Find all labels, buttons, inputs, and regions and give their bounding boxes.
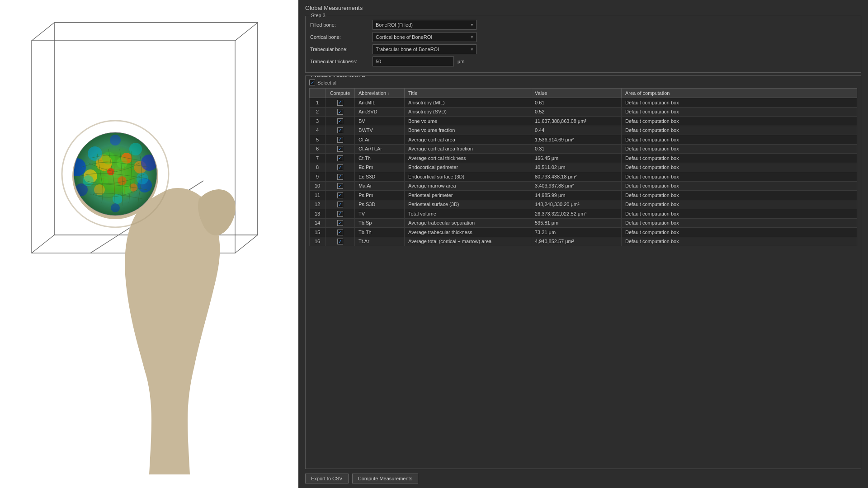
row-area: Default computation box xyxy=(622,163,857,172)
row-abbreviation: Ct.Th xyxy=(355,154,405,163)
row-num: 8 xyxy=(310,163,326,172)
trabecular-thickness-label: Trabecular thickness: xyxy=(310,59,369,64)
svg-point-16 xyxy=(107,168,114,175)
row-value: 26,373,322,022.52 μm³ xyxy=(531,209,622,219)
row-title: Endocortical perimeter xyxy=(405,163,531,172)
trabecular-thickness-input[interactable] xyxy=(373,56,454,66)
row-compute[interactable] xyxy=(326,117,355,126)
measurements-section-label: Available measurements xyxy=(309,75,367,78)
col-header-abbreviation: Abbreviation ↑ xyxy=(355,89,405,98)
row-compute[interactable] xyxy=(326,144,355,154)
row-checkbox[interactable] xyxy=(337,100,343,106)
visualization-panel xyxy=(0,0,298,488)
row-checkbox[interactable] xyxy=(337,164,343,170)
row-abbreviation: Ec.S3D xyxy=(355,172,405,182)
row-value: 535.81 μm xyxy=(531,218,622,228)
row-area: Default computation box xyxy=(622,154,857,163)
row-compute[interactable] xyxy=(326,107,355,117)
row-value: 148,248,330.20 μm² xyxy=(531,200,622,209)
row-abbreviation: Ani.MIL xyxy=(355,98,405,108)
table-row: 2 Ani.SVD Anisotropy (SVD) 0.52 Default … xyxy=(310,107,857,117)
trabecular-bone-label: Trabecular bone: xyxy=(310,47,369,52)
row-num: 1 xyxy=(310,98,326,108)
row-checkbox[interactable] xyxy=(337,109,343,115)
filled-bone-select-wrapper[interactable]: BoneROI (Filled) xyxy=(373,20,476,30)
row-area: Default computation box xyxy=(622,144,857,154)
cortical-bone-select[interactable]: Cortical bone of BoneROI xyxy=(373,32,476,42)
col-header-title: Title xyxy=(405,89,531,98)
export-csv-button[interactable]: Export to CSV xyxy=(305,474,349,483)
row-compute[interactable] xyxy=(326,237,355,246)
measurements-table: Compute Abbreviation ↑ Title Value Area … xyxy=(309,88,857,246)
row-compute[interactable] xyxy=(326,191,355,200)
select-all-checkbox[interactable] xyxy=(309,80,315,85)
table-row: 14 Tb.Sp Average trabecular separation 5… xyxy=(310,218,857,228)
row-num: 5 xyxy=(310,135,326,145)
row-checkbox[interactable] xyxy=(337,220,343,226)
step-label: Step 3 xyxy=(309,13,327,18)
row-checkbox[interactable] xyxy=(337,239,343,244)
row-num: 12 xyxy=(310,200,326,209)
row-value: 73.21 μm xyxy=(531,228,622,237)
row-checkbox[interactable] xyxy=(337,230,343,235)
row-checkbox[interactable] xyxy=(337,146,343,152)
row-num: 16 xyxy=(310,237,326,246)
trabecular-bone-select[interactable]: Trabecular bone of BoneROI xyxy=(373,44,476,54)
svg-point-25 xyxy=(111,203,120,212)
row-num: 2 xyxy=(310,107,326,117)
row-compute[interactable] xyxy=(326,228,355,237)
row-abbreviation: BV xyxy=(355,117,405,126)
row-abbreviation: Ec.Pm xyxy=(355,163,405,172)
row-value: 4,940,852.57 μm² xyxy=(531,237,622,246)
select-all-row: Select all xyxy=(309,80,857,85)
row-checkbox[interactable] xyxy=(337,118,343,124)
col-header-num xyxy=(310,89,326,98)
row-compute[interactable] xyxy=(326,181,355,191)
row-value: 0.61 xyxy=(531,98,622,108)
row-checkbox[interactable] xyxy=(337,202,343,207)
row-checkbox[interactable] xyxy=(337,127,343,133)
row-compute[interactable] xyxy=(326,200,355,209)
row-checkbox[interactable] xyxy=(337,155,343,161)
table-wrapper[interactable]: Compute Abbreviation ↑ Title Value Area … xyxy=(309,88,857,466)
row-abbreviation: Tb.Th xyxy=(355,228,405,237)
trabecular-bone-select-wrapper[interactable]: Trabecular bone of BoneROI xyxy=(373,44,476,54)
cortical-bone-select-wrapper[interactable]: Cortical bone of BoneROI xyxy=(373,32,476,42)
svg-point-26 xyxy=(88,146,102,161)
cortical-bone-label: Cortical bone: xyxy=(310,34,369,40)
row-title: Endocortical surface (3D) xyxy=(405,172,531,182)
row-checkbox[interactable] xyxy=(337,183,343,189)
row-area: Default computation box xyxy=(622,191,857,200)
row-compute[interactable] xyxy=(326,135,355,145)
row-value: 10,511.02 μm xyxy=(531,163,622,172)
row-checkbox[interactable] xyxy=(337,174,343,180)
row-title: Average cortical area fraction xyxy=(405,144,531,154)
filled-bone-label: Filled bone: xyxy=(310,22,369,28)
select-all-label: Select all xyxy=(317,80,338,85)
row-checkbox[interactable] xyxy=(337,211,343,217)
filled-bone-select[interactable]: BoneROI (Filled) xyxy=(373,20,476,30)
row-num: 9 xyxy=(310,172,326,182)
measurements-section: Available measurements Select all Comput… xyxy=(305,75,861,469)
row-value: 14,985.99 μm xyxy=(531,191,622,200)
row-area: Default computation box xyxy=(622,228,857,237)
row-checkbox[interactable] xyxy=(337,137,343,143)
row-compute[interactable] xyxy=(326,209,355,219)
row-num: 3 xyxy=(310,117,326,126)
bottom-buttons: Export to CSV Compute Measurements xyxy=(305,472,861,483)
row-value: 166.45 μm xyxy=(531,154,622,163)
row-compute[interactable] xyxy=(326,218,355,228)
row-compute[interactable] xyxy=(326,172,355,182)
row-compute[interactable] xyxy=(326,98,355,108)
trabecular-bone-row: Trabecular bone: Trabecular bone of Bone… xyxy=(310,44,856,54)
row-area: Default computation box xyxy=(622,117,857,126)
measurements-panel: Global Measurements Step 3 Filled bone: … xyxy=(298,0,868,488)
bone-visualization xyxy=(0,0,298,488)
row-compute[interactable] xyxy=(326,163,355,172)
row-value: 11,637,388,863.08 μm³ xyxy=(531,117,622,126)
row-compute[interactable] xyxy=(326,126,355,135)
row-compute[interactable] xyxy=(326,154,355,163)
compute-button[interactable]: Compute Measurements xyxy=(352,474,418,483)
row-value: 0.52 xyxy=(531,107,622,117)
row-checkbox[interactable] xyxy=(337,192,343,198)
